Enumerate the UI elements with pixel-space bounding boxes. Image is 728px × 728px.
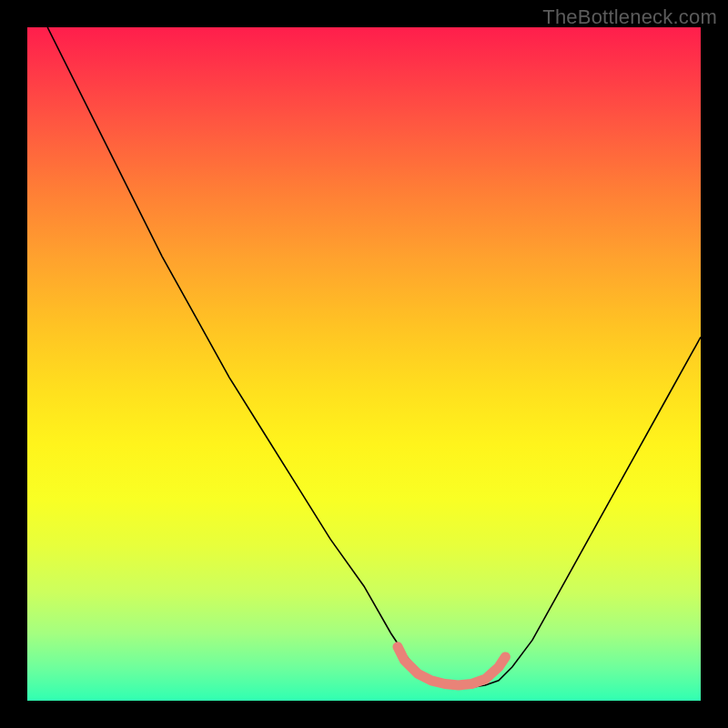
plot-area bbox=[27, 27, 701, 701]
valley-highlight-path bbox=[398, 647, 505, 685]
chart-frame: TheBottleneck.com bbox=[0, 0, 728, 728]
chart-svg bbox=[27, 27, 701, 701]
bottleneck-curve-path bbox=[47, 27, 701, 687]
watermark-text: TheBottleneck.com bbox=[542, 5, 717, 29]
